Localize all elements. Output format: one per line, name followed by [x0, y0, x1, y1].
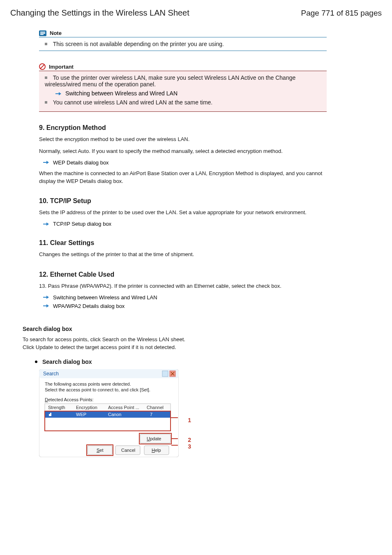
callout-1: 1 [188, 417, 191, 423]
arrow-right-icon [55, 92, 61, 96]
important-body2: You cannot use wireless LAN and wired LA… [53, 99, 213, 106]
svg-text:Channel: Channel [147, 405, 164, 410]
item-9-heading: 9. Encryption Method [39, 124, 382, 132]
svg-text:Help: Help [152, 448, 161, 453]
search-section-sub1: To search for access points, click Searc… [23, 336, 382, 342]
note-label: Note [50, 30, 62, 36]
note-icon [39, 30, 46, 36]
page-title: Changing the Settings in the Wireless LA… [10, 8, 189, 18]
svg-text:WEP: WEP [76, 412, 86, 417]
svg-text:7: 7 [150, 412, 152, 417]
item-10-heading: 10. TCP/IP Setup [39, 197, 382, 205]
svg-text:The following access points we: The following access points were detecte… [45, 382, 131, 386]
item-10-link[interactable]: TCP/IP Setup dialog box [53, 221, 111, 227]
callout-3: 3 [188, 443, 191, 450]
item-9-link[interactable]: WEP Details dialog box [53, 160, 109, 166]
svg-text:Select the access point to con: Select the access point to connect to, a… [45, 387, 150, 392]
svg-text:Cancel: Cancel [121, 448, 135, 453]
svg-text:Set: Set [97, 448, 104, 453]
svg-text:Detected Access Points:: Detected Access Points: [45, 397, 94, 402]
svg-text:Access Point ...: Access Point ... [108, 405, 139, 410]
note-block: Note This screen is not available depend… [39, 30, 327, 51]
svg-rect-9 [162, 371, 168, 377]
svg-text:Update: Update [147, 436, 161, 441]
arrow-right-icon [43, 295, 49, 299]
important-link[interactable]: Switching between Wireless and Wired LAN [65, 90, 178, 97]
svg-rect-1 [40, 32, 45, 32]
item-12-p: 13. Pass Phrase (WPA/WPA2). If the print… [39, 282, 327, 290]
arrow-right-icon [43, 222, 49, 226]
svg-text:Encryption: Encryption [76, 405, 97, 410]
square-bullet-icon [45, 76, 47, 79]
page-number: Page 771 of 815 pages [301, 9, 382, 18]
search-dialog-image: Search The following access points were … [39, 369, 187, 458]
important-block: Important To use the printer over wirele… [39, 63, 327, 112]
arrow-right-icon [43, 160, 49, 164]
important-icon [39, 63, 46, 70]
square-bullet-icon [45, 43, 47, 45]
item-10-p-a: Sets the IP address of the printer to be… [39, 209, 327, 217]
important-label: Important [49, 64, 74, 70]
item-9-p-a: Select the encryption method to be used … [39, 136, 327, 143]
search-section-heading: Search dialog box [23, 326, 382, 332]
item-12-link-a[interactable]: Switching between Wireless and Wired LAN [53, 294, 157, 301]
note-body-text: This screen is not available depending o… [53, 41, 224, 47]
item-12-heading: 12. Ethernet Cable Used [39, 271, 382, 278]
important-body1: To use the printer over wireless LAN, ma… [45, 74, 295, 88]
square-bullet-icon [45, 101, 47, 104]
callout-2: 2 [188, 437, 191, 443]
svg-rect-2 [40, 33, 45, 34]
svg-text:Strength: Strength [48, 405, 65, 410]
svg-text:Search: Search [43, 371, 59, 377]
svg-text:Canon: Canon [108, 412, 121, 417]
item-12-link-b[interactable]: WPA/WPA2 Details dialog box [53, 303, 125, 309]
item-11-p: Changes the settings of the printer to t… [39, 251, 327, 259]
svg-rect-7 [39, 369, 179, 378]
item-9-p-c: When the machine is connected to an AirP… [39, 170, 327, 185]
item-11-heading: 11. Clear Settings [39, 239, 382, 247]
item-9-p-b: Normally, select Auto. If you want to sp… [39, 148, 327, 155]
search-section-sub2: Click Update to detect the target access… [23, 344, 382, 350]
search-bullet-heading: Search dialog box [35, 358, 382, 365]
arrow-right-icon [43, 304, 49, 308]
svg-rect-3 [40, 34, 44, 35]
